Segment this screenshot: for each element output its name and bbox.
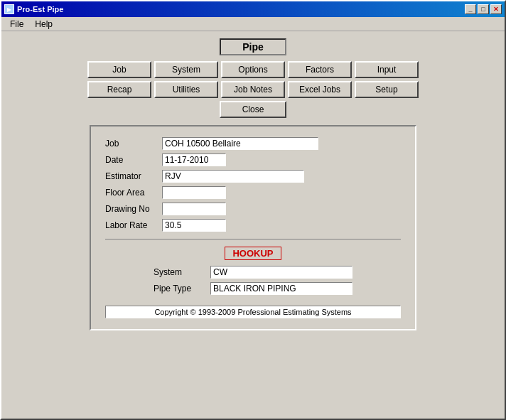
system-row: System (154, 266, 352, 279)
pipe-type-input[interactable] (210, 282, 352, 295)
floor-area-input[interactable] (162, 186, 226, 199)
menu-help[interactable]: Help (29, 18, 58, 31)
options-button[interactable]: Options (221, 61, 285, 78)
job-notes-button[interactable]: Job Notes (221, 81, 285, 98)
app-title: Pipe (220, 38, 286, 55)
toolbar-row2: Recap Utilities Job Notes Excel Jobs Set… (87, 81, 419, 98)
maximize-button[interactable]: □ (478, 4, 489, 14)
title-bar-left: ▶ Pro-Est Pipe (4, 4, 63, 14)
window-title: Pro-Est Pipe (17, 5, 63, 14)
input-button[interactable]: Input (355, 61, 419, 78)
labor-rate-input[interactable] (162, 219, 226, 232)
estimator-row: Estimator (105, 170, 401, 183)
system-input[interactable] (210, 266, 352, 279)
date-input[interactable] (162, 154, 226, 166)
system-button[interactable]: System (154, 61, 218, 78)
factors-button[interactable]: Factors (288, 61, 352, 78)
menu-bar: File Help (1, 17, 505, 31)
hookup-container: HOOKUP System Pipe Type (105, 247, 401, 298)
floor-area-label: Floor Area (105, 188, 162, 198)
copyright: Copyright © 1993-2009 Professional Estim… (105, 306, 401, 318)
content-area: Pipe Job System Options Factors Input Re… (1, 31, 505, 419)
date-label: Date (105, 155, 162, 165)
job-row: Job (105, 137, 401, 150)
drawing-no-input[interactable] (162, 203, 226, 215)
toolbar-row1: Job System Options Factors Input (87, 61, 419, 78)
title-buttons: _ □ ✕ (465, 4, 502, 14)
date-row: Date (105, 154, 401, 166)
close-row: Close (220, 101, 287, 118)
job-info-section: Job Date Estimator Floor Area Drawing No (105, 137, 401, 232)
utilities-button[interactable]: Utilities (154, 81, 218, 98)
job-label: Job (105, 139, 162, 149)
drawing-no-label: Drawing No (105, 204, 162, 214)
setup-button[interactable]: Setup (355, 81, 419, 98)
hookup-label: HOOKUP (225, 247, 281, 260)
job-input[interactable] (162, 137, 318, 150)
window-close-button[interactable]: ✕ (490, 4, 502, 14)
estimator-input[interactable] (162, 170, 304, 183)
system-label: System (154, 267, 210, 277)
hookup-section: System Pipe Type (154, 266, 352, 298)
section-divider (105, 239, 401, 239)
main-window: ▶ Pro-Est Pipe _ □ ✕ File Help Pipe Job … (0, 0, 506, 420)
pipe-type-label: Pipe Type (154, 284, 210, 294)
drawing-no-row: Drawing No (105, 203, 401, 215)
app-icon: ▶ (4, 4, 14, 14)
labor-rate-label: Labor Rate (105, 220, 162, 230)
close-button[interactable]: Close (220, 101, 287, 118)
main-panel: Job Date Estimator Floor Area Drawing No (90, 125, 416, 330)
minimize-button[interactable]: _ (465, 4, 476, 14)
pipe-type-row: Pipe Type (154, 282, 352, 295)
labor-rate-row: Labor Rate (105, 219, 401, 232)
job-button[interactable]: Job (87, 61, 151, 78)
title-bar: ▶ Pro-Est Pipe _ □ ✕ (1, 1, 505, 17)
estimator-label: Estimator (105, 171, 162, 181)
floor-area-row: Floor Area (105, 186, 401, 199)
recap-button[interactable]: Recap (87, 81, 151, 98)
excel-jobs-button[interactable]: Excel Jobs (288, 81, 352, 98)
menu-file[interactable]: File (4, 18, 29, 31)
